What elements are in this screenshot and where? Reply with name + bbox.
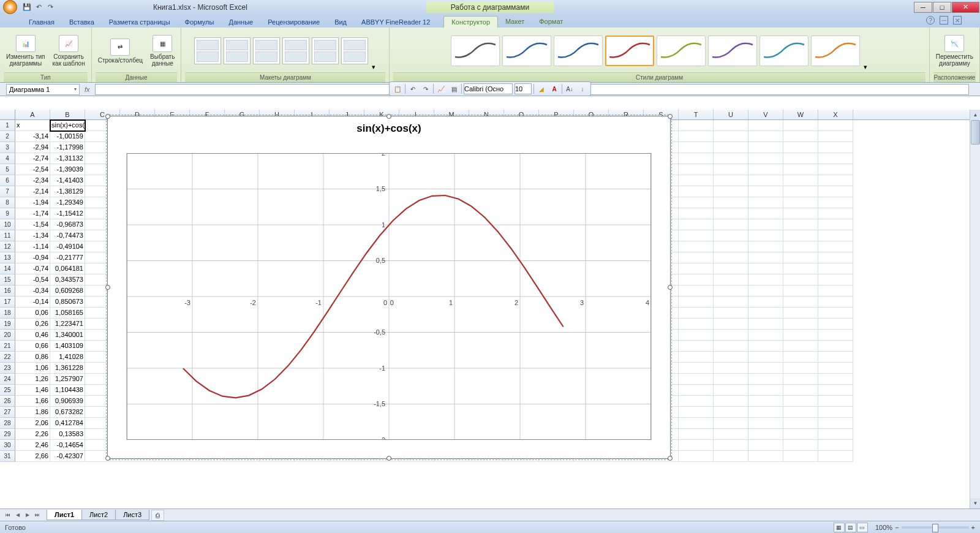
cell[interactable] (714, 120, 748, 131)
row-header[interactable]: 24 (0, 374, 15, 385)
cell[interactable] (714, 341, 748, 352)
select-all-corner[interactable] (0, 110, 15, 119)
chart-style-preset[interactable] (451, 36, 500, 66)
chart-style-preset[interactable] (708, 36, 757, 66)
cell[interactable] (748, 186, 783, 197)
cell[interactable] (818, 374, 853, 385)
cell[interactable] (748, 241, 783, 252)
column-header[interactable]: U (714, 110, 748, 119)
cell[interactable]: -2,14 (15, 186, 50, 197)
minimize-button[interactable]: ─ (914, 2, 932, 13)
ribbon-tab[interactable]: ABBYY FineReader 12 (354, 17, 437, 28)
cell[interactable] (783, 175, 818, 186)
row-header[interactable]: 2 (0, 131, 15, 142)
column-header[interactable]: A (15, 110, 50, 119)
cell[interactable]: 1,46 (15, 385, 50, 396)
chart-object[interactable]: sin(x)+cos(x) -4-3-2-101234-2-1,5-1-0,50… (107, 116, 671, 459)
cell[interactable] (783, 407, 818, 418)
save-icon[interactable]: 💾 (22, 2, 32, 12)
cell[interactable]: 0,412784 (50, 418, 85, 429)
cell[interactable] (679, 186, 714, 197)
cell[interactable]: -1,15412 (50, 208, 85, 219)
cell[interactable]: 1,41028 (50, 352, 85, 363)
cell[interactable] (679, 274, 714, 285)
cell[interactable] (748, 175, 783, 186)
row-header[interactable]: 28 (0, 418, 15, 429)
save-template-button[interactable]: 📈 Сохранить как шаблон (50, 34, 87, 68)
row-header[interactable]: 15 (0, 274, 15, 285)
minimize-ribbon-icon[interactable]: ─ (940, 16, 948, 25)
chart-title[interactable]: sin(x)+cos(x) (108, 123, 670, 135)
cell[interactable] (818, 164, 853, 175)
cell[interactable]: -2,94 (15, 142, 50, 153)
cell[interactable] (818, 352, 853, 363)
cell[interactable] (783, 341, 818, 352)
column-header[interactable]: T (679, 110, 714, 119)
cell[interactable] (818, 142, 853, 153)
chart-layout-preset[interactable] (282, 37, 309, 64)
row-header[interactable]: 20 (0, 330, 15, 341)
chart-style-preset[interactable] (554, 36, 603, 66)
chart-style-preset[interactable] (605, 36, 654, 66)
row-header[interactable]: 18 (0, 308, 15, 319)
row-header[interactable]: 4 (0, 153, 15, 164)
cell[interactable] (679, 429, 714, 440)
cell[interactable] (818, 208, 853, 219)
cell[interactable] (783, 230, 818, 241)
sheet-tab[interactable]: Лист2 (81, 510, 116, 520)
cell[interactable] (783, 285, 818, 297)
cell[interactable] (679, 374, 714, 385)
cell[interactable] (714, 241, 748, 252)
row-header[interactable]: 30 (0, 440, 15, 451)
row-header[interactable]: 25 (0, 385, 15, 396)
cell[interactable]: -1,38129 (50, 186, 85, 197)
cell[interactable] (714, 197, 748, 208)
cell[interactable] (679, 241, 714, 252)
cell[interactable] (748, 274, 783, 285)
chart-layout-preset[interactable] (341, 37, 368, 64)
ribbon-tab[interactable]: Вид (327, 17, 354, 28)
cell[interactable] (818, 153, 853, 164)
cell[interactable]: 1,66 (15, 396, 50, 407)
cell[interactable] (818, 319, 853, 330)
sheet-tab[interactable]: Лист3 (115, 510, 149, 520)
cell[interactable] (748, 308, 783, 319)
view-normal-icon[interactable]: ▦ (834, 523, 845, 532)
undo-icon[interactable]: ↶ (34, 2, 43, 12)
cell[interactable] (783, 352, 818, 363)
cell[interactable] (783, 330, 818, 341)
row-header[interactable]: 13 (0, 252, 15, 263)
cell[interactable] (714, 219, 748, 230)
maximize-button[interactable]: □ (933, 2, 951, 13)
vertical-scrollbar[interactable]: ▲ ▼ (970, 110, 980, 508)
cell[interactable]: 0,26 (15, 319, 50, 330)
column-header[interactable]: V (748, 110, 783, 119)
cell[interactable]: -2,74 (15, 153, 50, 164)
cell[interactable] (748, 319, 783, 330)
row-header[interactable]: 31 (0, 451, 15, 462)
cell[interactable]: -0,49104 (50, 241, 85, 252)
cell[interactable] (679, 440, 714, 451)
cell[interactable] (783, 396, 818, 407)
row-header[interactable]: 26 (0, 396, 15, 407)
cell[interactable]: 1,223471 (50, 319, 85, 330)
cell[interactable] (783, 131, 818, 142)
scroll-down-icon[interactable]: ▼ (970, 498, 980, 508)
cell[interactable] (679, 219, 714, 230)
redo-icon[interactable]: ↷ (45, 2, 55, 12)
worksheet-grid[interactable]: ABCDEFGHIJKLMNOPQRSTUVWX 123456789101112… (0, 110, 980, 508)
cell[interactable]: 0,66 (15, 341, 50, 352)
cell[interactable] (783, 429, 818, 440)
row-header[interactable]: 22 (0, 352, 15, 363)
cell[interactable] (818, 418, 853, 429)
cell[interactable]: 0,850673 (50, 297, 85, 308)
cell[interactable]: 0,46 (15, 330, 50, 341)
cell[interactable]: -0,42307 (50, 451, 85, 462)
more-layouts-icon[interactable]: ▾ (371, 62, 377, 72)
cell[interactable] (748, 252, 783, 263)
font-size-input[interactable] (514, 83, 532, 94)
select-data-button[interactable]: ▦ Выбрать данные (148, 34, 177, 68)
help-icon[interactable]: ? (926, 16, 935, 25)
cell[interactable]: -0,74473 (50, 230, 85, 241)
cell[interactable] (714, 175, 748, 186)
